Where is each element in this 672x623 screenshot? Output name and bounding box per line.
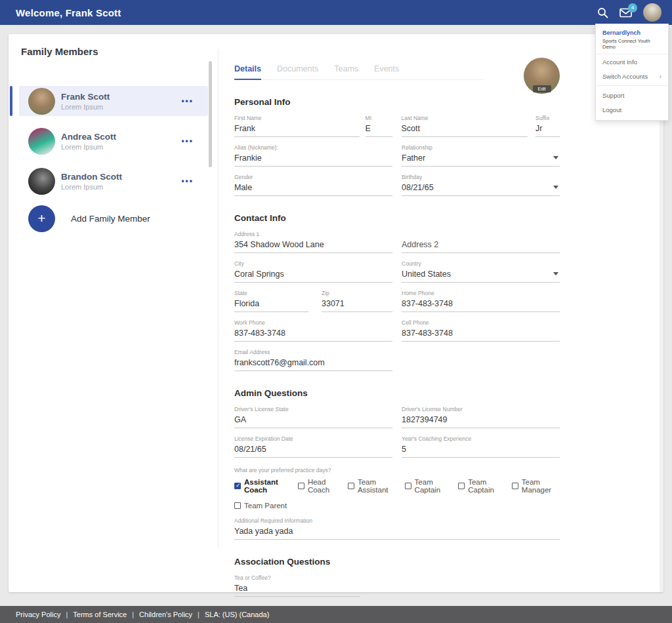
checkbox-team-captain-1[interactable]: Team Captain <box>405 478 450 494</box>
checkbox-head-coach[interactable]: Head Coach <box>298 478 339 494</box>
field-placeholder[interactable]: Address 2 <box>402 240 560 250</box>
sidebar-scrollbar[interactable] <box>209 61 212 167</box>
add-family-member-button[interactable]: Add Family Member <box>28 205 150 232</box>
family-members-sidebar: Family Members Frank Scott Lorem Ipsum A… <box>9 34 218 592</box>
member-row-andrea-scott[interactable]: Andrea Scott Lorem Ipsum <box>19 126 208 156</box>
detail-tabs: Details Documents Teams Events <box>234 62 484 80</box>
tab-teams[interactable]: Teams <box>334 62 358 79</box>
member-subtitle: Lorem Ipsum <box>61 103 110 111</box>
footer-link-childrens-policy[interactable]: Children's Policy <box>139 611 192 618</box>
field-value[interactable]: 1827394749 <box>402 415 560 425</box>
member-row-frank-scott[interactable]: Frank Scott Lorem Ipsum <box>19 86 208 116</box>
relationship-select[interactable]: Relationship Father <box>402 144 560 167</box>
field-value[interactable]: Tea <box>234 584 360 593</box>
menu-item-support[interactable]: Support <box>596 88 668 102</box>
checkbox-team-parent[interactable]: Team Parent <box>234 502 287 510</box>
mail-icon[interactable]: 4 <box>620 8 632 18</box>
field-value[interactable]: Florida <box>234 299 308 309</box>
mi-field[interactable]: MI E <box>366 115 392 137</box>
field-value[interactable]: GA <box>234 415 392 425</box>
member-avatar <box>28 168 55 195</box>
gender-field[interactable]: Gender Male <box>234 174 392 196</box>
field-label: License Expiration Date <box>234 435 392 443</box>
state-field[interactable]: State Florida <box>234 290 308 312</box>
footer-link-terms-of-service[interactable]: Terms of Service <box>73 611 127 618</box>
tea-or-coffee-field[interactable]: Tea or Coffee? Tea <box>234 574 360 597</box>
checkbox-row: Team Parent <box>234 502 560 510</box>
work-phone-field[interactable]: Work Phone 837-483-3748 <box>234 319 392 342</box>
member-row-brandon-scott[interactable]: Brandon Scott Lorem Ipsum <box>19 166 208 196</box>
field-value[interactable]: 837-483-3748 <box>402 329 560 338</box>
field-value[interactable]: 837-483-3748 <box>402 299 560 309</box>
tab-events[interactable]: Events <box>374 62 399 79</box>
license-expiration-field[interactable]: License Expiration Date 08/21/65 <box>234 435 392 458</box>
last-name-field[interactable]: Last Name Scott <box>402 115 528 137</box>
country-select[interactable]: Country United States <box>402 260 560 283</box>
field-value[interactable]: Scott <box>402 124 528 134</box>
suffix-field[interactable]: Suffix Jr <box>536 115 560 137</box>
member-name: Andrea Scott <box>61 132 116 142</box>
field-value[interactable]: Yada yada yada <box>234 527 560 536</box>
field-value[interactable]: 33071 <box>322 299 392 309</box>
field-value[interactable]: frankscott76@gmail.com <box>234 358 392 368</box>
checkbox-label: Head Coach <box>308 478 339 494</box>
field-value[interactable]: Father <box>402 153 560 163</box>
drivers-license-number-field[interactable]: Driver's License Number 1827394749 <box>402 406 560 428</box>
tab-details[interactable]: Details <box>234 62 261 80</box>
alias-field[interactable]: Alias (Nickname): Frankie <box>234 144 392 167</box>
address1-field[interactable]: Address 1 354 Shadow Wood Lane <box>234 231 392 253</box>
menu-item-account-info[interactable]: Account Info <box>596 54 668 69</box>
coaching-experience-field[interactable]: Year's Coaching Experience 5 <box>402 435 560 458</box>
search-icon[interactable] <box>597 7 608 18</box>
field-label: Additional Required Information <box>234 517 560 525</box>
member-options-icon[interactable] <box>181 96 194 106</box>
field-value[interactable]: 5 <box>402 445 560 454</box>
city-field[interactable]: City Coral Springs <box>234 260 392 283</box>
field-value[interactable]: United States <box>402 270 560 279</box>
section-heading-contact-info: Contact Info <box>234 213 560 223</box>
field-value[interactable]: Frank <box>234 124 360 134</box>
field-value[interactable]: Jr <box>536 124 560 134</box>
field-label: State <box>234 290 308 297</box>
field-label: Year's Coaching Experience <box>402 435 560 443</box>
footer-separator: | <box>132 611 134 618</box>
zip-field[interactable]: Zip 33071 <box>322 290 392 312</box>
menu-item-switch-accounts[interactable]: Switch Accounts › <box>596 69 668 83</box>
checkbox-team-manager[interactable]: Team Manager <box>512 478 560 494</box>
footer-link-sla[interactable]: SLA: (US) (Canada) <box>205 611 269 618</box>
home-phone-field[interactable]: Home Phone 837-483-3748 <box>402 290 560 312</box>
field-value[interactable]: 837-483-3748 <box>234 329 392 338</box>
checkbox-icon <box>405 483 411 489</box>
address2-field[interactable]: Address 2 <box>402 231 560 253</box>
account-menu: Bernardlynch Sports Connect Youth Demo A… <box>595 24 669 121</box>
user-avatar[interactable] <box>643 3 662 22</box>
birthday-select[interactable]: Birthday 08/21/65 <box>402 174 560 196</box>
member-options-icon[interactable] <box>181 136 194 146</box>
field-label: Home Phone <box>402 290 560 297</box>
checkbox-team-captain-2[interactable]: Team Captain <box>458 478 503 494</box>
cell-phone-field[interactable]: Cell Phone 837-483-3748 <box>402 319 560 342</box>
drivers-license-state-field[interactable]: Driver's License State GA <box>234 406 392 428</box>
field-value[interactable]: Male <box>234 183 392 193</box>
profile-avatar[interactable]: Edit <box>524 58 560 94</box>
checkbox-label: Team Captain <box>415 478 450 494</box>
tab-documents[interactable]: Documents <box>277 62 318 79</box>
checkbox-label: Team Assistant <box>358 478 396 494</box>
menu-item-logout[interactable]: Logout <box>596 102 668 117</box>
additional-info-field[interactable]: Additional Required Information Yada yad… <box>234 517 560 540</box>
field-value[interactable]: 08/21/65 <box>402 183 560 193</box>
checkbox-assistant-coach[interactable]: Assistant Coach <box>234 478 289 494</box>
checkbox-team-assistant[interactable]: Team Assistant <box>348 478 396 494</box>
avatar-edit-button[interactable]: Edit <box>532 85 551 92</box>
tab-label: Documents <box>277 64 318 73</box>
field-value[interactable]: Frankie <box>234 153 392 163</box>
menu-divider <box>596 85 668 86</box>
email-field[interactable]: Email Address frankscott76@gmail.com <box>234 349 392 371</box>
field-value[interactable]: Coral Springs <box>234 270 392 279</box>
field-value[interactable]: 08/21/65 <box>234 445 392 454</box>
field-value[interactable]: 354 Shadow Wood Lane <box>234 240 392 250</box>
member-options-icon[interactable] <box>181 176 194 186</box>
footer-link-privacy-policy[interactable]: Privacy Policy <box>16 611 60 618</box>
field-value[interactable]: E <box>366 124 392 134</box>
first-name-field[interactable]: First Name Frank <box>234 115 360 137</box>
